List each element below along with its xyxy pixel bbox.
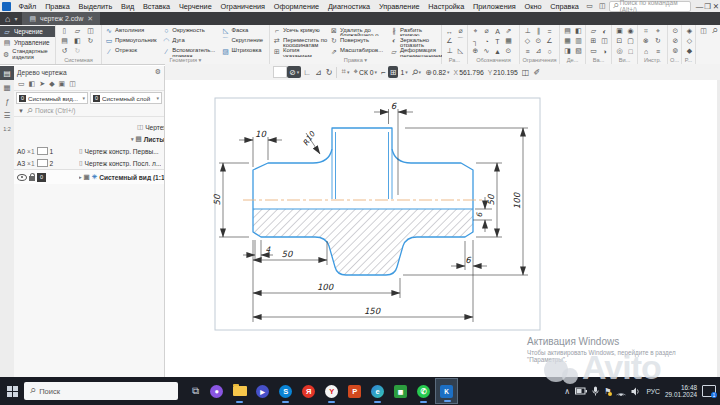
numbering-panel-toggle[interactable]: 1:2: [0, 122, 14, 136]
menu-window[interactable]: Окно: [520, 2, 546, 11]
security-flag-icon[interactable]: ⚑: [604, 387, 611, 396]
home-icon[interactable]: ⌂: [0, 14, 14, 24]
measure-tool-icon[interactable]: ⊗: [643, 37, 649, 45]
menu-drawing[interactable]: Черчение: [175, 2, 217, 11]
tool-fillet[interactable]: ⌒Скругление: [222, 36, 267, 46]
close-button[interactable]: ✕: [712, 2, 720, 11]
filter-icon[interactable]: ▼: [18, 108, 24, 114]
diameter-dimension-icon[interactable]: ⌀: [458, 27, 462, 35]
tool-copy[interactable]: ⊞Копия указанием: [273, 47, 328, 57]
page-button[interactable]: ◫: [520, 66, 532, 78]
zoom-panel-icon[interactable]: ⚲: [710, 26, 719, 35]
battery-icon[interactable]: [575, 387, 587, 395]
angle-snap-button[interactable]: ⊿: [313, 66, 324, 78]
eraser-button[interactable]: ⊘▾: [287, 66, 301, 78]
marker-icon[interactable]: ▲: [494, 48, 501, 55]
fix-icon[interactable]: ⊿: [536, 47, 542, 55]
tool-mirror[interactable]: ◐Зеркально отразить: [390, 36, 442, 46]
detail-icon-6[interactable]: ▧: [575, 47, 582, 55]
panel-icon[interactable]: ◫: [700, 27, 707, 35]
variant-icon-6[interactable]: ◑: [602, 48, 606, 55]
save-icon[interactable]: ◫: [87, 27, 94, 35]
menu-settings[interactable]: Настройка: [424, 2, 469, 11]
leader-icon[interactable]: ⇗: [506, 27, 512, 35]
clock[interactable]: 16:48 29.01.2024: [665, 384, 697, 398]
view-icon-5[interactable]: ◎: [616, 47, 622, 55]
coincident-icon[interactable]: ○: [547, 48, 551, 55]
linear-dimension-icon[interactable]: ↔: [446, 28, 453, 35]
menu-file[interactable]: Файл: [14, 2, 41, 11]
style-swatch[interactable]: [273, 66, 287, 78]
detail-icon-5[interactable]: ◨: [564, 47, 571, 55]
diameter-icon[interactable]: ⌀: [484, 27, 488, 35]
text-block-icon[interactable]: T: [495, 38, 499, 45]
detail-icon-1[interactable]: ▤: [564, 27, 571, 35]
tool-arc[interactable]: ◠Дуга: [162, 36, 219, 46]
corner-icon[interactable]: ┐: [473, 38, 478, 45]
preview-icon[interactable]: ◧: [74, 37, 81, 45]
lock-icon[interactable]: [29, 176, 35, 181]
menu-select[interactable]: Выделить: [74, 2, 116, 11]
view-icon-3[interactable]: ⊡: [617, 37, 623, 45]
taskbar-app-edge[interactable]: e: [366, 378, 389, 404]
tree-view-row[interactable]: 0 ▸▣✳Системный вид (1:1): [14, 169, 164, 184]
ribbon-tab-standard-parts[interactable]: ⚙ Стандартные изделия: [0, 48, 55, 61]
detail-icon-2[interactable]: ◧: [575, 27, 582, 35]
o-icon-1[interactable]: ⊙: [673, 27, 679, 35]
variant-icon-1[interactable]: ▱: [591, 27, 596, 35]
taskbar-app-alice[interactable]: ●: [205, 378, 228, 404]
variant-icon-5[interactable]: ▭: [590, 47, 597, 55]
tangent-icon[interactable]: ◇: [525, 37, 530, 45]
view-icon-6[interactable]: □: [628, 48, 632, 55]
text-icon[interactable]: A: [495, 28, 500, 35]
tray-chevron-icon[interactable]: ∧: [564, 387, 570, 396]
angle-icon[interactable]: ∠: [546, 37, 552, 45]
zoom-tool-button[interactable]: ⚲▾: [410, 66, 423, 78]
new-document-icon[interactable]: ▯: [63, 27, 67, 35]
minimize-button[interactable]: —: [695, 2, 703, 11]
ribbon-tab-management[interactable]: ▤ Управление: [0, 37, 55, 48]
current-layer-combo[interactable]: 0 Системный слой ▾: [90, 92, 162, 104]
perpendicular-dimension-icon[interactable]: ⊥: [446, 47, 452, 55]
menu-diagnostics[interactable]: Диагностика: [323, 2, 374, 11]
view-icon-4[interactable]: ▢: [627, 37, 634, 45]
layers-panel-toggle[interactable]: ▦: [0, 80, 14, 94]
language-indicator[interactable]: РУС: [646, 388, 660, 395]
r-icon-3[interactable]: ◆: [687, 47, 692, 55]
tree-tool-4-icon[interactable]: ◆: [49, 80, 54, 88]
view-icon-2[interactable]: ◉: [627, 27, 633, 35]
tool-rectangle[interactable]: ▭Прямоугольник: [105, 36, 160, 46]
o-icon-2[interactable]: ⊘: [673, 37, 679, 45]
task-view-icon[interactable]: ⧉: [192, 385, 199, 397]
tool-autoline[interactable]: ∿Автолиния: [105, 26, 160, 36]
tree-tool-1-icon[interactable]: ▭: [18, 80, 25, 88]
menu-constraints[interactable]: Ограничения: [216, 2, 269, 11]
variant-icon-3[interactable]: ⊞: [591, 37, 597, 45]
restore-button[interactable]: ❐: [704, 2, 712, 11]
taskbar-app-bluestacks[interactable]: ▩: [389, 378, 412, 404]
tool-hatch[interactable]: ▨Штриховка: [222, 47, 267, 57]
tree-sheet-row-1[interactable]: А0 ×1 1 ▯Чертеж констр. Первы...: [14, 145, 164, 157]
view-number-select[interactable]: 1 ▾: [398, 66, 409, 78]
tree-panel-toggle[interactable]: ▤: [0, 66, 14, 80]
grid-button[interactable]: ⌗▾: [339, 66, 351, 78]
align-icon[interactable]: ≡: [525, 48, 529, 55]
equal-icon[interactable]: =: [547, 28, 551, 35]
home-tool-icon[interactable]: ⌂: [644, 48, 648, 55]
taskbar-search-input[interactable]: ⚲ Поиск: [24, 382, 178, 400]
notification-center-icon[interactable]: 1: [702, 385, 716, 397]
menu-help[interactable]: Справка: [546, 2, 583, 11]
angle-dimension-icon[interactable]: ∠: [446, 37, 452, 45]
radial-dimension-icon[interactable]: ⌒: [457, 36, 464, 46]
tool-segment[interactable]: ∕Отрезок: [105, 47, 160, 57]
layout-toggle-icon[interactable]: ▭: [583, 2, 596, 10]
tool-delete-to-nearest[interactable]: ⊠Удалить до ближайшего о...: [330, 26, 388, 36]
detail-icon-4[interactable]: ▥: [575, 37, 582, 45]
parallel-icon[interactable]: ∥: [537, 27, 541, 35]
tool-construction-line[interactable]: ∕Вспомогатель... прямая: [162, 47, 219, 57]
sheet-orientation-icon[interactable]: [37, 147, 48, 155]
view-icon-1[interactable]: ▣: [616, 27, 623, 35]
target-tool-icon[interactable]: ⌖: [656, 27, 660, 35]
taskbar-app-kompas-active[interactable]: K: [435, 378, 458, 404]
tree-tool-2-icon[interactable]: ◧: [29, 80, 36, 88]
